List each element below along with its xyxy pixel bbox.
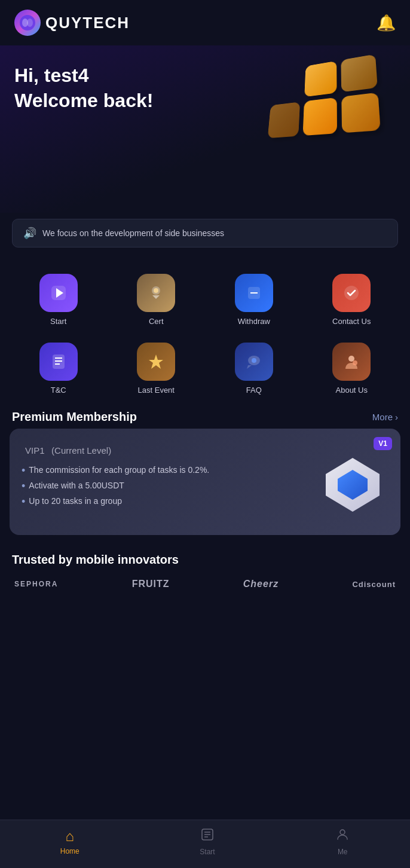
start-label: Start [50,317,66,326]
vip-title: VIP1 (Current Level) [22,443,209,457]
vip-feature-3: Up to 20 tasks in a group [22,496,209,507]
hero-3d-graphic [261,57,404,177]
cert-icon [137,274,175,312]
brand-cheerz: Cheerz [243,579,279,589]
logo-area: QUYTECH [14,10,130,36]
action-withdraw[interactable]: Withdraw [205,265,303,334]
logo-icon [14,10,41,36]
svg-marker-13 [149,354,163,369]
svg-point-15 [252,358,256,363]
lastevent-label: Last Event [138,386,175,395]
svg-point-5 [154,288,158,293]
announcement-bar: 🔊 We focus on the development of side bu… [12,219,398,247]
vip-card-content: VIP1 (Current Level) The commission for … [22,443,209,512]
svg-point-16 [348,356,354,362]
action-lastevent[interactable]: Last Event [108,334,206,403]
speaker-icon: 🔊 [23,227,36,240]
action-tc[interactable]: T&C [10,334,108,403]
vip-feature-1: The commission for each group of tasks i… [22,465,209,476]
trusted-section: Trusted by mobile innovators SEPHORA FRU… [0,547,410,601]
about-icon [332,343,371,381]
action-contact[interactable]: Contact Us [303,265,401,334]
start-nav-icon [200,827,215,845]
vip-gem-graphic [323,455,388,521]
trusted-title: Trusted by mobile innovators [12,553,398,567]
tc-label: T&C [51,386,66,395]
vip-badge: V1 [374,437,392,450]
svg-rect-8 [344,286,359,300]
brand-logos: SEPHORA FRUITZ Cheerz Cdiscount [12,579,398,589]
header: QUYTECH 🔔 [0,0,410,45]
vip-features-list: The commission for each group of tasks i… [22,465,209,507]
nav-start-label: Start [200,848,215,856]
faq-icon [235,343,273,381]
contact-label: Contact Us [332,317,371,326]
hero-section: Hi, test4 Welcome back! [0,45,410,213]
nav-start[interactable]: Start [200,827,215,856]
action-start[interactable]: Start [10,265,108,334]
withdraw-label: Withdraw [238,317,270,326]
action-faq[interactable]: FAQ [205,334,303,403]
action-cert[interactable]: Cert [108,265,206,334]
home-icon: ⌂ [66,828,75,845]
svg-point-17 [353,360,357,365]
notification-bell-icon[interactable]: 🔔 [377,14,396,32]
svg-rect-7 [250,292,258,294]
svg-point-22 [340,830,345,835]
faq-label: FAQ [246,386,262,395]
me-icon [335,827,350,845]
svg-rect-12 [55,363,60,365]
app-title: QUYTECH [45,14,130,32]
nav-me-label: Me [338,848,348,856]
vip-card[interactable]: VIP1 (Current Level) The commission for … [10,429,400,535]
svg-rect-11 [55,360,62,362]
announcement-text: We focus on the development of side busi… [42,228,224,238]
withdraw-icon [235,274,273,312]
svg-rect-10 [55,357,62,359]
nav-home-label: Home [60,847,79,855]
premium-section-header: Premium Membership More › [0,403,410,429]
nav-me[interactable]: Me [335,827,350,856]
cert-label: Cert [149,317,164,326]
brand-fruitz: FRUITZ [132,579,170,589]
bottom-navigation: ⌂ Home Start Me [0,820,410,868]
brand-sephora: SEPHORA [14,580,58,588]
about-label: About Us [336,386,368,395]
start-icon [39,274,78,312]
premium-title: Premium Membership [12,410,137,424]
nav-home[interactable]: ⌂ Home [60,828,79,855]
vip-feature-2: Activate with a 5.00USDT [22,481,209,491]
action-about[interactable]: About Us [303,334,401,403]
brand-cdiscount: Cdiscount [352,580,396,589]
quick-actions-grid: Start Cert Withdraw Contact Us [0,259,410,403]
more-button[interactable]: More › [372,412,398,422]
svg-point-2 [27,19,33,27]
contact-icon [332,274,371,312]
lastevent-icon [137,343,175,381]
tc-icon [39,343,78,381]
